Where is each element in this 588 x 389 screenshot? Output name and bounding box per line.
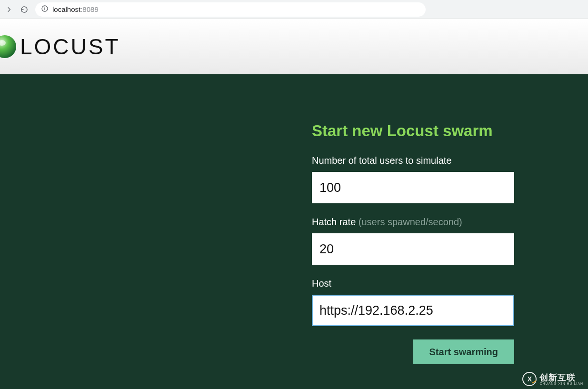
host-label: Host	[312, 278, 514, 289]
app-header: LOCUST	[0, 19, 588, 74]
logo-text: LOCUST	[20, 34, 120, 60]
url-text: localhost:8089	[52, 5, 99, 13]
logo-icon	[0, 34, 17, 59]
svg-point-3	[0, 35, 16, 58]
users-label: Number of total users to simulate	[312, 155, 514, 166]
info-icon	[41, 5, 49, 14]
form-title: Start new Locust swarm	[312, 122, 514, 140]
watermark-icon: X	[522, 372, 537, 386]
logo: LOCUST	[0, 34, 120, 60]
hatch-rate-label: Hatch rate (users spawned/second)	[312, 217, 514, 228]
browser-toolbar: localhost:8089	[0, 0, 588, 19]
address-bar[interactable]: localhost:8089	[35, 2, 426, 17]
reload-icon[interactable]	[20, 5, 29, 14]
svg-point-2	[45, 7, 45, 7]
hatch-rate-input[interactable]	[312, 233, 514, 265]
swarm-form: Start new Locust swarm Number of total u…	[312, 122, 514, 364]
users-input[interactable]	[312, 172, 514, 203]
watermark-subtext: CHUANG XIN HU LIAN	[539, 382, 583, 385]
start-swarming-button[interactable]: Start swarming	[413, 339, 514, 364]
main-content: Start new Locust swarm Number of total u…	[0, 74, 588, 389]
watermark: X 创新互联 CHUANG XIN HU LIAN	[522, 372, 583, 386]
host-input[interactable]	[312, 295, 514, 326]
watermark-text: 创新互联	[539, 373, 583, 382]
forward-icon[interactable]	[5, 5, 13, 14]
